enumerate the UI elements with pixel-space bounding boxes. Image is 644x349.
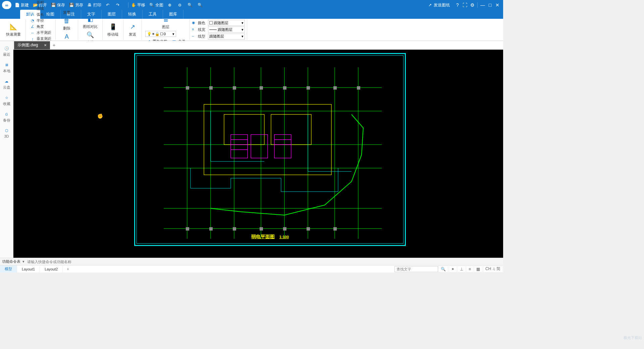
svg-rect-29	[283, 86, 286, 90]
ribbon: 📐 快速测量 📏长度 ▭面积 ↦连续 ◠弧长 ◔半径 ∠角度 ↔水平测距 ↕垂直…	[0, 19, 503, 41]
help-button[interactable]: ?	[454, 2, 461, 8]
lineweight-preview	[209, 30, 217, 30]
send-icon: ↗	[128, 22, 137, 31]
maximize-button[interactable]: □	[486, 2, 494, 8]
layers-button[interactable]: ≣图层	[144, 14, 187, 30]
compare-icon: ◧	[86, 15, 95, 23]
lightbulb-icon: 💡	[147, 32, 152, 36]
delete-button[interactable]: 🗑删除	[58, 16, 76, 32]
linetype-label: 线型	[198, 34, 208, 39]
calc-icon: ▤	[62, 1, 71, 9]
area-button[interactable]: ▭面积	[28, 0, 53, 6]
cube-icon: ⬡	[4, 128, 10, 134]
side-cloud[interactable]: ☁云盘	[0, 76, 13, 92]
command-label: 功能命令表	[2, 259, 20, 264]
ime-indicator[interactable]: CH ♫ 简	[483, 266, 503, 272]
zoom-extents-button[interactable]: 🔍	[198, 3, 204, 7]
search-input[interactable]	[394, 266, 438, 272]
layer-selector[interactable]: 💡 ☀ 🔒 0 ▾	[145, 31, 176, 37]
side-3d[interactable]: ⬡3D	[0, 125, 13, 141]
svg-rect-30	[307, 86, 310, 90]
fit-button[interactable]: 🔍全图	[149, 2, 163, 8]
layout-tab-model[interactable]: 模型	[0, 265, 17, 272]
lineweight-toggle[interactable]: ≡	[466, 266, 473, 272]
lock-icon: 🔒	[155, 32, 160, 36]
undo-icon: ↶	[105, 3, 110, 7]
chevron-down-icon: ▾	[172, 32, 174, 36]
zoom-out-icon: ⊖	[177, 3, 182, 7]
tab-layer[interactable]: 图层	[102, 10, 122, 19]
hdist-button[interactable]: ↔水平测距	[28, 30, 53, 36]
layers-icon: ≣	[161, 15, 170, 24]
new-button[interactable]: 📄新建	[15, 2, 29, 8]
svg-rect-28	[260, 86, 263, 90]
print-icon: 🖶	[87, 3, 92, 7]
redo-icon: ↷	[115, 3, 120, 7]
pan-button[interactable]: ✋平移	[131, 2, 145, 8]
radius-button[interactable]: ◔半径	[28, 18, 53, 24]
calc-button[interactable]: ▤算量	[58, 0, 76, 16]
text-icon: A	[62, 32, 71, 41]
svg-rect-39	[333, 227, 337, 231]
close-button[interactable]: ✕	[494, 2, 501, 8]
fullscreen-button[interactable]: ⛶	[461, 2, 469, 8]
quick-measure-button[interactable]: 📐 快速测量	[3, 22, 23, 38]
redo-button[interactable]: ↷	[115, 3, 121, 7]
send-button[interactable]: ↗发送	[125, 22, 140, 38]
svg-rect-32	[357, 86, 360, 90]
zoom-extents-icon: 🔍	[198, 3, 202, 7]
grid-toggle[interactable]: ▦	[474, 266, 482, 272]
monitor-icon: 🖥	[4, 62, 10, 68]
chevron-down-icon[interactable]: ▾	[22, 259, 24, 264]
compare-button[interactable]: ◧图纸对比	[80, 14, 100, 30]
layer-color-swatch	[160, 33, 163, 35]
color-select[interactable]: 跟随图层▾	[208, 20, 245, 26]
snap-button[interactable]: ✦	[449, 266, 457, 272]
side-recent[interactable]: 🕓最近	[0, 43, 13, 59]
backup-icon: ⎙	[4, 111, 10, 117]
svg-rect-27	[233, 86, 236, 90]
continuous-button[interactable]: ↦连续	[28, 6, 53, 12]
side-local[interactable]: 🖥本地	[0, 59, 13, 76]
send-drawing-button[interactable]: ↗发送图纸	[428, 2, 450, 8]
zoom-out-button[interactable]: ⊖	[177, 3, 183, 7]
side-favorite[interactable]: ☆收藏	[0, 92, 13, 109]
lineweight-select[interactable]: 跟随图层▾	[208, 27, 245, 33]
angle-button[interactable]: ∠角度	[28, 24, 53, 30]
layout-tab-2[interactable]: Layout2	[40, 266, 63, 272]
undo-button[interactable]: ↶	[105, 3, 111, 7]
minimize-button[interactable]: —	[479, 2, 486, 8]
zoom-in-button[interactable]: ⊕	[167, 3, 173, 7]
color-label: 颜色	[198, 20, 208, 26]
svg-rect-33	[186, 227, 189, 231]
fit-icon: 🔍	[149, 3, 154, 7]
add-tab-button[interactable]: ＋	[50, 42, 58, 48]
side-backup[interactable]: ⎙备份	[0, 109, 13, 125]
drawing-canvas[interactable]: ✊	[13, 50, 503, 258]
chevron-down-icon: ▾	[241, 21, 244, 25]
linetype-select[interactable]: 跟随图层▾	[208, 34, 245, 40]
add-layout-button[interactable]: ＋	[63, 266, 73, 271]
ortho-button[interactable]: ⊥	[458, 266, 466, 272]
svg-rect-19	[274, 135, 291, 158]
file-tabs: 示例图.dwg × ＋	[13, 41, 503, 50]
command-input[interactable]	[27, 260, 501, 264]
settings-button[interactable]: ⚙	[469, 2, 476, 8]
mobile-button[interactable]: 📱移动端	[105, 22, 121, 38]
zoom-window-button[interactable]: 🔍	[187, 3, 194, 7]
quick-measure-icon: 📐	[9, 22, 18, 31]
drawing-title: 弱电平面图1:100	[251, 234, 289, 240]
file-tab[interactable]: 示例图.dwg ×	[14, 41, 50, 49]
lineweight-icon: ≡	[192, 27, 197, 32]
svg-rect-31	[333, 86, 337, 90]
layout-tab-1[interactable]: Layout1	[17, 266, 40, 272]
hdist-icon: ↔	[30, 30, 35, 36]
svg-rect-35	[233, 227, 236, 231]
cloud-icon: ☁	[4, 78, 10, 84]
print-button[interactable]: 🖶打印	[87, 2, 101, 8]
close-tab-button[interactable]: ×	[44, 43, 47, 48]
area-icon: ▭	[30, 0, 35, 5]
arc-button[interactable]: ◠弧长	[28, 12, 53, 18]
tab-convert[interactable]: 转换	[122, 10, 143, 19]
search-go-button[interactable]: 🔍	[438, 266, 448, 272]
